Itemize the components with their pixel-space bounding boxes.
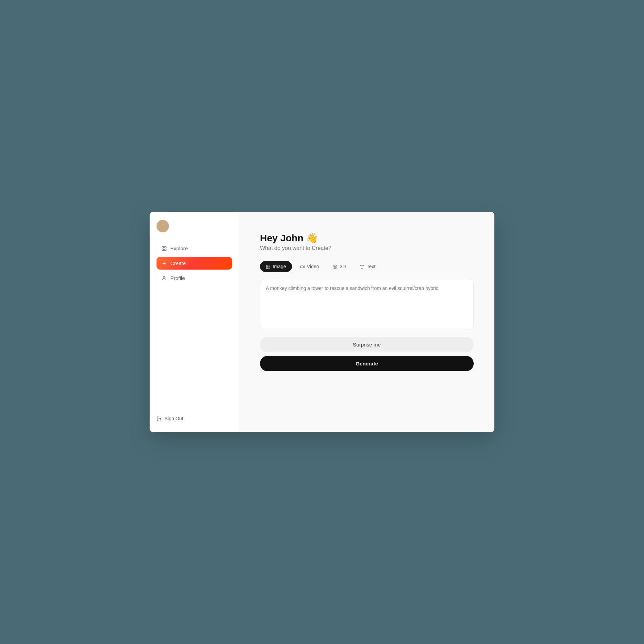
tab-3d[interactable]: 3D	[327, 261, 352, 272]
sign-out-icon	[157, 415, 162, 421]
3d-tab-icon	[333, 264, 338, 269]
svg-rect-7	[162, 249, 164, 251]
svg-rect-5	[162, 246, 164, 248]
svg-point-4	[163, 225, 163, 225]
grid-icon	[161, 246, 167, 251]
tab-image[interactable]: Image	[260, 261, 292, 272]
image-tab-icon	[266, 264, 271, 269]
text-tab-icon	[360, 264, 364, 269]
sign-out-button[interactable]: Sign Out	[157, 413, 232, 424]
action-buttons: Surprise me Generate	[260, 337, 474, 371]
create-label: Create	[170, 260, 186, 266]
app-window: Explore Create	[150, 212, 494, 432]
avatar[interactable]	[157, 220, 169, 232]
tab-text-label: Text	[366, 264, 375, 269]
svg-point-11	[163, 276, 165, 278]
svg-rect-15	[300, 266, 303, 268]
sidebar-item-explore[interactable]: Explore	[157, 242, 232, 255]
svg-rect-8	[164, 249, 166, 251]
greeting-section: Hey John 👋 What do you want to Create?	[260, 232, 474, 251]
prompt-input[interactable]	[266, 285, 468, 323]
svg-point-14	[267, 266, 268, 266]
avatar-container	[157, 220, 232, 232]
tab-video-label: Video	[307, 264, 319, 269]
explore-label: Explore	[170, 245, 188, 251]
sidebar-item-profile[interactable]: Profile	[157, 272, 232, 284]
svg-point-3	[162, 225, 162, 225]
sign-out-label: Sign Out	[164, 416, 183, 421]
tab-text[interactable]: Text	[354, 261, 381, 272]
tab-image-label: Image	[273, 264, 286, 269]
tab-video[interactable]: Video	[294, 261, 325, 272]
svg-point-2	[162, 223, 164, 225]
svg-rect-6	[164, 246, 166, 248]
sidebar: Explore Create	[150, 212, 239, 432]
surprise-button[interactable]: Surprise me	[260, 337, 474, 352]
profile-label: Profile	[170, 275, 185, 281]
sidebar-nav: Explore Create	[157, 242, 232, 413]
greeting-title: Hey John 👋	[260, 232, 474, 244]
type-tabs: Image Video	[260, 261, 474, 272]
prompt-container[interactable]	[260, 279, 474, 330]
tab-3d-label: 3D	[340, 264, 346, 269]
sidebar-item-create[interactable]: Create	[157, 257, 232, 270]
main-content: Hey John 👋 What do you want to Create? I…	[239, 212, 494, 432]
video-tab-icon	[300, 264, 305, 269]
plus-icon	[161, 261, 167, 266]
user-icon	[161, 275, 167, 281]
generate-button[interactable]: Generate	[260, 356, 474, 371]
greeting-subtitle: What do you want to Create?	[260, 245, 474, 251]
